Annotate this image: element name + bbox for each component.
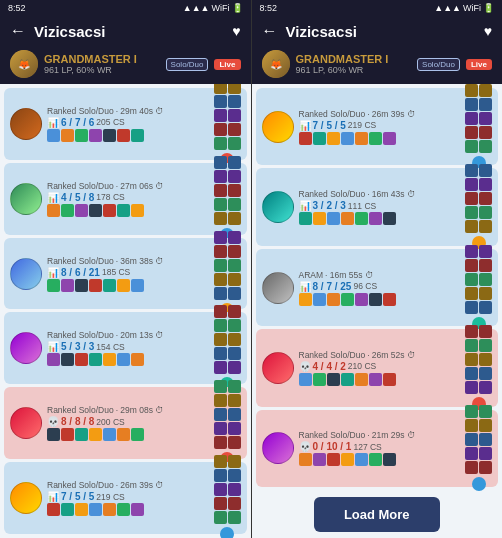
match-card[interactable]: Ranked Solo/Duo · 21m 29s ⏱💀 0 / 10 / 1 …: [256, 410, 499, 487]
participants-col-right: [228, 156, 241, 225]
participant-icon: [465, 353, 478, 366]
match-card[interactable]: Ranked Solo/Duo · 26m 52s ⏱💀 4 / 4 / 2 2…: [256, 329, 499, 406]
match-right: [214, 84, 241, 167]
right-wifi-icon: WiFi: [463, 3, 481, 13]
rune-icon: [220, 527, 234, 538]
kda-value: 4 / 5 / 8: [61, 192, 94, 203]
right-back-button[interactable]: ←: [262, 22, 278, 40]
load-more-button[interactable]: Load More: [314, 497, 440, 532]
participant-icon: [465, 126, 478, 139]
champion-icon: [262, 272, 294, 304]
participant-icon: [479, 192, 492, 205]
item-icon: [61, 129, 74, 142]
participant-icon: [228, 347, 241, 360]
participant-icon: [465, 206, 478, 219]
participants-col-left: [465, 405, 478, 474]
right-match-list: Ranked Solo/Duo · 26m 39s ⏱📊 7 / 5 / 5 2…: [252, 84, 503, 491]
participants-col-left: [214, 380, 227, 449]
left-heart-icon[interactable]: ♥: [232, 23, 240, 39]
right-rank-info: GRANDMASTER I 961 LP, 60% WR: [296, 53, 412, 75]
participant-icon: [214, 422, 227, 435]
item-icon: [47, 279, 60, 292]
participant-icon: [465, 164, 478, 177]
participants-col-left: [214, 305, 227, 374]
rune-icon: [472, 477, 486, 491]
match-type: ARAM: [299, 270, 324, 280]
participants-container: [465, 405, 492, 474]
participant-icon: [465, 339, 478, 352]
match-card[interactable]: Ranked Solo/Duo · 26m 39s ⏱📊 7 / 5 / 5 2…: [256, 88, 499, 165]
participant-icon: [228, 333, 241, 346]
match-card[interactable]: Ranked Solo/Duo · 27m 06s ⏱📊 4 / 5 / 8 1…: [4, 163, 247, 235]
kda-value: 6 / 7 / 6: [61, 117, 94, 128]
item-icon: [131, 503, 144, 516]
item-icon: [369, 453, 382, 466]
participant-icon: [228, 137, 241, 150]
participant-icon: [479, 433, 492, 446]
participant-icon: [214, 497, 227, 510]
items-row: [47, 503, 209, 516]
item-icon: [89, 204, 102, 217]
participant-icon: [465, 259, 478, 272]
item-icon: [341, 453, 354, 466]
right-player-avatar: 🦊: [262, 50, 290, 78]
participant-icon: [214, 511, 227, 524]
participant-icon: [465, 447, 478, 460]
participant-icon: [479, 461, 492, 474]
item-icon: [47, 129, 60, 142]
participants-col-left: [465, 164, 478, 233]
participant-icon: [465, 433, 478, 446]
items-row: [47, 204, 209, 217]
right-heart-icon[interactable]: ♥: [484, 23, 492, 39]
match-card[interactable]: Ranked Solo/Duo · 29m 08s ⏱💀 8 / 8 / 8 2…: [4, 387, 247, 459]
result-icon: 📊: [47, 491, 59, 502]
champion-icon: [10, 108, 42, 140]
participant-icon: [228, 455, 241, 468]
wifi-icon: WiFi: [212, 3, 230, 13]
participant-icon: [465, 301, 478, 314]
match-type: Ranked Solo/Duo: [47, 181, 114, 191]
participant-icon: [479, 220, 492, 233]
item-icon: [341, 373, 354, 386]
match-type: Ranked Solo/Duo: [47, 330, 114, 340]
match-info: Ranked Solo/Duo · 26m 39s ⏱📊 7 / 5 / 5 2…: [299, 109, 461, 145]
match-card[interactable]: Ranked Solo/Duo · 20m 13s ⏱📊 5 / 3 / 3 1…: [4, 312, 247, 384]
participant-icon: [214, 259, 227, 272]
match-info: Ranked Solo/Duo · 29m 40s ⏱📊 6 / 7 / 6 2…: [47, 106, 209, 142]
match-info: ARAM · 16m 55s ⏱📊 8 / 7 / 25 96 CS: [299, 270, 461, 306]
item-icon: [355, 132, 368, 145]
match-type-row: Ranked Solo/Duo · 36m 38s ⏱: [47, 256, 209, 266]
item-icon: [341, 212, 354, 225]
match-right: [214, 380, 241, 466]
cs-value: 96 CS: [353, 281, 377, 291]
match-card[interactable]: Ranked Solo/Duo · 26m 39s ⏱📊 7 / 5 / 5 2…: [4, 462, 247, 534]
item-icon: [313, 293, 326, 306]
participants-col-right: [228, 84, 241, 150]
participant-icon: [479, 245, 492, 258]
participant-icon: [214, 319, 227, 332]
participants-col-right: [228, 455, 241, 524]
match-card[interactable]: Ranked Solo/Duo · 36m 38s ⏱📊 8 / 6 / 21 …: [4, 238, 247, 310]
champion-icon: [10, 482, 42, 514]
item-icon: [75, 129, 88, 142]
left-time: 8:52: [8, 3, 26, 13]
match-type: Ranked Solo/Duo: [299, 430, 366, 440]
champion-icon: [10, 258, 42, 290]
cs-value: 210 CS: [348, 361, 376, 371]
left-back-button[interactable]: ←: [10, 22, 26, 40]
item-icon: [383, 293, 396, 306]
match-type-row: Ranked Solo/Duo · 26m 39s ⏱: [47, 480, 209, 490]
item-icon: [89, 503, 102, 516]
match-card[interactable]: Ranked Solo/Duo · 29m 40s ⏱📊 6 / 7 / 6 2…: [4, 88, 247, 160]
item-icon: [89, 279, 102, 292]
match-card[interactable]: Ranked Solo/Duo · 16m 43s ⏱📊 3 / 2 / 3 1…: [256, 168, 499, 245]
match-time: · 16m 55s ⏱: [325, 270, 374, 280]
item-icon: [117, 503, 130, 516]
right-player-info: 🦊 GRANDMASTER I 961 LP, 60% WR Solo/Duo …: [252, 46, 503, 84]
result-icon: 📊: [47, 117, 59, 128]
participants-container: [214, 156, 241, 225]
match-card[interactable]: ARAM · 16m 55s ⏱📊 8 / 7 / 25 96 CS: [256, 249, 499, 326]
participant-icon: [214, 273, 227, 286]
participant-icon: [228, 497, 241, 510]
right-panel: 8:52 ▲▲▲ WiFi 🔋 ← Vizicsacsi ♥ 🦊 GRANDMA…: [251, 0, 503, 538]
